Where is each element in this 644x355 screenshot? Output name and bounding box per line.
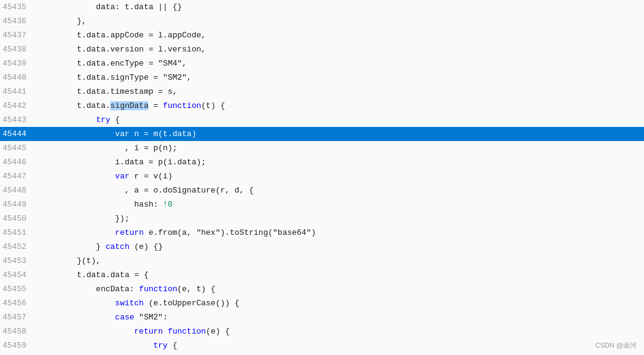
line-number: 45439 bbox=[0, 56, 34, 71]
line-content: t.data.appCode = l.appCode, bbox=[34, 28, 644, 42]
line-number: 45454 bbox=[0, 268, 34, 282]
line-number: 45443 bbox=[0, 113, 34, 127]
table-row: 45457 case "SM2": bbox=[0, 310, 644, 324]
table-row: 45445 , i = p(n); bbox=[0, 141, 644, 155]
code-editor: 45435 data: t.data || {}45436 },45437 t.… bbox=[0, 0, 644, 355]
table-row: 45452 } catch (e) {} bbox=[0, 240, 644, 254]
line-content: t.data.version = l.version, bbox=[34, 42, 644, 56]
table-row: 45448 , a = o.doSignature(r, d, { bbox=[0, 183, 644, 197]
line-number: 45442 bbox=[0, 99, 34, 113]
line-number: 45444 bbox=[0, 127, 34, 141]
line-number: 45449 bbox=[0, 197, 34, 212]
line-number: 45448 bbox=[0, 183, 34, 197]
table-row: 45440 t.data.signType = "SM2", bbox=[0, 71, 644, 85]
line-content: var r = v(i) bbox=[34, 169, 644, 183]
table-row: 45451 return e.from(a, "hex").toString("… bbox=[0, 226, 644, 240]
line-number: 45457 bbox=[0, 310, 34, 324]
line-content: }, bbox=[34, 14, 644, 28]
line-number: 45453 bbox=[0, 254, 34, 268]
line-number: 45447 bbox=[0, 169, 34, 183]
line-number: 45452 bbox=[0, 240, 34, 254]
line-number: 45455 bbox=[0, 282, 34, 296]
line-content: t.data.encType = "SM4", bbox=[34, 56, 644, 71]
line-content: return function(e) { bbox=[34, 324, 644, 338]
line-number: 45451 bbox=[0, 226, 34, 240]
line-content: t.data.data = { bbox=[34, 268, 644, 282]
table-row: 45449 hash: !0 bbox=[0, 197, 644, 212]
line-number: 45436 bbox=[0, 14, 34, 28]
line-content: var n = m(t.data) bbox=[34, 127, 644, 141]
line-content: return e.from(a, "hex").toString("base64… bbox=[34, 226, 644, 240]
line-content: try { bbox=[34, 338, 644, 353]
line-number: 45458 bbox=[0, 324, 34, 338]
line-content: try { bbox=[34, 113, 644, 127]
table-row: 45455 encData: function(e, t) { bbox=[0, 282, 644, 296]
table-row: 45450 }); bbox=[0, 212, 644, 226]
line-number: 45450 bbox=[0, 212, 34, 226]
line-content: t.data.signType = "SM2", bbox=[34, 71, 644, 85]
table-row: 45444 var n = m(t.data) bbox=[0, 127, 644, 141]
line-number: 45459 bbox=[0, 338, 34, 353]
line-content: case "SM2": bbox=[34, 310, 644, 324]
table-row: 45436 }, bbox=[0, 14, 644, 28]
line-number: 45445 bbox=[0, 141, 34, 155]
table-row: 45439 t.data.encType = "SM4", bbox=[0, 56, 644, 71]
table-row: 45453 }(t), bbox=[0, 254, 644, 268]
line-content: i.data = p(i.data); bbox=[34, 155, 644, 169]
line-number: 45438 bbox=[0, 42, 34, 56]
line-content: data: t.data || {} bbox=[34, 0, 644, 14]
table-row: 45456 switch (e.toUpperCase()) { bbox=[0, 296, 644, 310]
table-row: 45443 try { bbox=[0, 113, 644, 127]
line-content: , a = o.doSignature(r, d, { bbox=[34, 183, 644, 197]
table-row: 45442 t.data.signData = function(t) { bbox=[0, 99, 644, 113]
line-number: 45446 bbox=[0, 155, 34, 169]
table-row: 45441 t.data.timestamp = s, bbox=[0, 85, 644, 99]
table-row: 45435 data: t.data || {} bbox=[0, 0, 644, 14]
table-row: 45438 t.data.version = l.version, bbox=[0, 42, 644, 56]
line-number: 45440 bbox=[0, 71, 34, 85]
line-number: 45456 bbox=[0, 296, 34, 310]
line-content: , i = p(n); bbox=[34, 141, 644, 155]
line-number: 45435 bbox=[0, 0, 34, 14]
line-number: 45441 bbox=[0, 85, 34, 99]
line-content: }); bbox=[34, 212, 644, 226]
line-content: t.data.timestamp = s, bbox=[34, 85, 644, 99]
line-content: hash: !0 bbox=[34, 197, 644, 212]
table-row: 45454 t.data.data = { bbox=[0, 268, 644, 282]
line-content: } catch (e) {} bbox=[34, 240, 644, 254]
table-row: 45437 t.data.appCode = l.appCode, bbox=[0, 28, 644, 42]
watermark: CSDN @渝河 bbox=[596, 341, 637, 350]
line-content: t.data.signData = function(t) { bbox=[34, 99, 644, 113]
table-row: 45459 try { bbox=[0, 338, 644, 353]
table-row: 45446 i.data = p(i.data); bbox=[0, 155, 644, 169]
line-content: encData: function(e, t) { bbox=[34, 282, 644, 296]
line-number: 45437 bbox=[0, 28, 34, 42]
table-row: 45458 return function(e) { bbox=[0, 324, 644, 338]
table-row: 45447 var r = v(i) bbox=[0, 169, 644, 183]
line-content: switch (e.toUpperCase()) { bbox=[34, 296, 644, 310]
line-content: }(t), bbox=[34, 254, 644, 268]
